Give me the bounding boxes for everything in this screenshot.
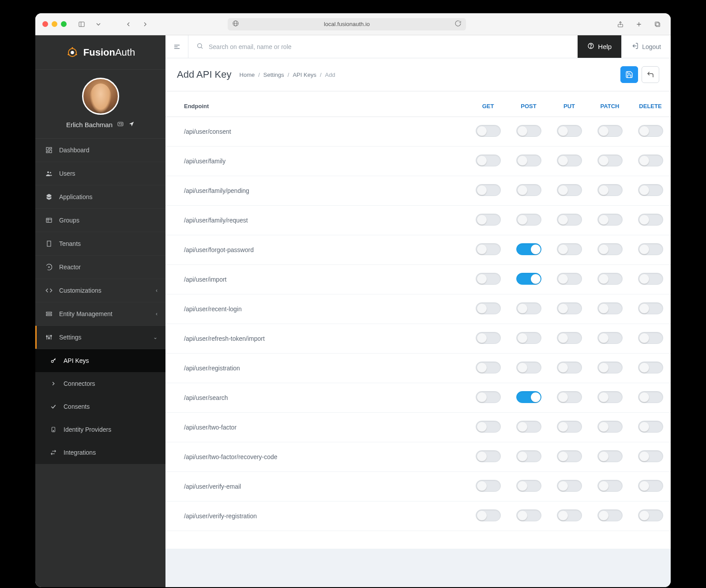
sidebar-toggle-icon[interactable] <box>75 18 88 30</box>
search-input[interactable] <box>209 43 570 50</box>
sidebar-item-applications[interactable]: Applications <box>35 185 165 209</box>
toggle-get[interactable] <box>476 273 501 285</box>
sidebar-subitem-identity-providers[interactable]: Identity Providers <box>35 418 165 441</box>
sidebar-item-settings[interactable]: Settings⌄ <box>35 326 165 349</box>
toggle-post[interactable] <box>516 332 541 344</box>
toggle-post[interactable] <box>516 362 541 373</box>
toggle-put[interactable] <box>557 332 582 344</box>
url-bar[interactable]: local.fusionauth.io <box>228 18 466 30</box>
toggle-get[interactable] <box>476 243 501 255</box>
toggle-get[interactable] <box>476 509 501 521</box>
toggle-post[interactable] <box>516 155 541 166</box>
toggle-get[interactable] <box>476 391 501 403</box>
toggle-put[interactable] <box>557 480 582 492</box>
toggle-patch[interactable] <box>597 302 623 314</box>
sidebar-item-groups[interactable]: Groups <box>35 209 165 232</box>
back-action-button[interactable] <box>642 66 659 83</box>
tabs-overview-icon[interactable] <box>651 18 664 30</box>
toggle-delete[interactable] <box>638 214 663 226</box>
toggle-patch[interactable] <box>597 243 623 255</box>
toggle-get[interactable] <box>476 184 501 196</box>
toggle-delete[interactable] <box>638 421 663 433</box>
sidebar-subitem-integrations[interactable]: Integrations <box>35 441 165 464</box>
sidebar-subitem-connectors[interactable]: Connectors <box>35 372 165 395</box>
toggle-put[interactable] <box>557 214 582 226</box>
toggle-delete[interactable] <box>638 391 663 403</box>
save-button[interactable] <box>620 66 638 83</box>
toggle-post[interactable] <box>516 509 541 521</box>
toggle-put[interactable] <box>557 243 582 255</box>
toggle-delete[interactable] <box>638 509 663 521</box>
collapse-sidebar-button[interactable] <box>165 35 188 58</box>
toggle-post[interactable] <box>516 480 541 492</box>
minimize-window-button[interactable] <box>52 21 57 27</box>
toggle-patch[interactable] <box>597 214 623 226</box>
toggle-post[interactable] <box>516 273 541 285</box>
logout-button[interactable]: Logout <box>621 35 671 58</box>
toggle-patch[interactable] <box>597 450 623 462</box>
sidebar-item-tenants[interactable]: Tenants <box>35 232 165 256</box>
toggle-delete[interactable] <box>638 273 663 285</box>
breadcrumb-item[interactable]: API Keys <box>293 72 316 78</box>
toggle-get[interactable] <box>476 214 501 226</box>
toggle-patch[interactable] <box>597 480 623 492</box>
sidebar-item-customizations[interactable]: Customizations‹ <box>35 279 165 302</box>
toggle-delete[interactable] <box>638 302 663 314</box>
breadcrumb-item[interactable]: Home <box>240 72 255 78</box>
toggle-put[interactable] <box>557 362 582 373</box>
share-icon[interactable] <box>614 18 627 30</box>
toggle-put[interactable] <box>557 302 582 314</box>
toggle-delete[interactable] <box>638 243 663 255</box>
close-window-button[interactable] <box>42 21 48 27</box>
location-arrow-icon[interactable] <box>128 121 135 128</box>
sidebar-subitem-api-keys[interactable]: API Keys <box>35 349 165 372</box>
toggle-get[interactable] <box>476 362 501 373</box>
toggle-put[interactable] <box>557 450 582 462</box>
toggle-delete[interactable] <box>638 125 663 137</box>
toggle-patch[interactable] <box>597 273 623 285</box>
forward-button[interactable] <box>139 18 151 30</box>
toggle-put[interactable] <box>557 155 582 166</box>
help-button[interactable]: Help <box>578 35 621 58</box>
toggle-delete[interactable] <box>638 480 663 492</box>
toggle-patch[interactable] <box>597 155 623 166</box>
toggle-post[interactable] <box>516 450 541 462</box>
toggle-patch[interactable] <box>597 509 623 521</box>
toggle-patch[interactable] <box>597 421 623 433</box>
toggle-delete[interactable] <box>638 450 663 462</box>
avatar[interactable] <box>82 78 119 115</box>
toggle-patch[interactable] <box>597 184 623 196</box>
chevron-down-icon[interactable] <box>92 18 105 30</box>
toggle-get[interactable] <box>476 332 501 344</box>
toggle-post[interactable] <box>516 125 541 137</box>
toggle-put[interactable] <box>557 421 582 433</box>
toggle-post[interactable] <box>516 302 541 314</box>
sidebar-item-reactor[interactable]: Reactor <box>35 256 165 279</box>
toggle-get[interactable] <box>476 155 501 166</box>
toggle-put[interactable] <box>557 125 582 137</box>
toggle-delete[interactable] <box>638 362 663 373</box>
id-card-icon[interactable] <box>117 121 124 128</box>
toggle-post[interactable] <box>516 184 541 196</box>
sidebar-item-entity-management[interactable]: Entity Management‹ <box>35 302 165 326</box>
reload-icon[interactable] <box>454 20 462 28</box>
toggle-put[interactable] <box>557 273 582 285</box>
toggle-patch[interactable] <box>597 332 623 344</box>
sidebar-item-dashboard[interactable]: Dashboard <box>35 139 165 162</box>
sidebar-item-users[interactable]: Users <box>35 162 165 185</box>
toggle-delete[interactable] <box>638 332 663 344</box>
sidebar-subitem-consents[interactable]: Consents <box>35 395 165 418</box>
toggle-get[interactable] <box>476 450 501 462</box>
toggle-delete[interactable] <box>638 155 663 166</box>
maximize-window-button[interactable] <box>61 21 67 27</box>
back-button[interactable] <box>122 18 135 30</box>
breadcrumb-item[interactable]: Settings <box>263 72 284 78</box>
toggle-get[interactable] <box>476 125 501 137</box>
toggle-patch[interactable] <box>597 362 623 373</box>
toggle-patch[interactable] <box>597 391 623 403</box>
toggle-get[interactable] <box>476 302 501 314</box>
toggle-post[interactable] <box>516 391 541 403</box>
toggle-post[interactable] <box>516 214 541 226</box>
toggle-get[interactable] <box>476 421 501 433</box>
toggle-post[interactable] <box>516 421 541 433</box>
